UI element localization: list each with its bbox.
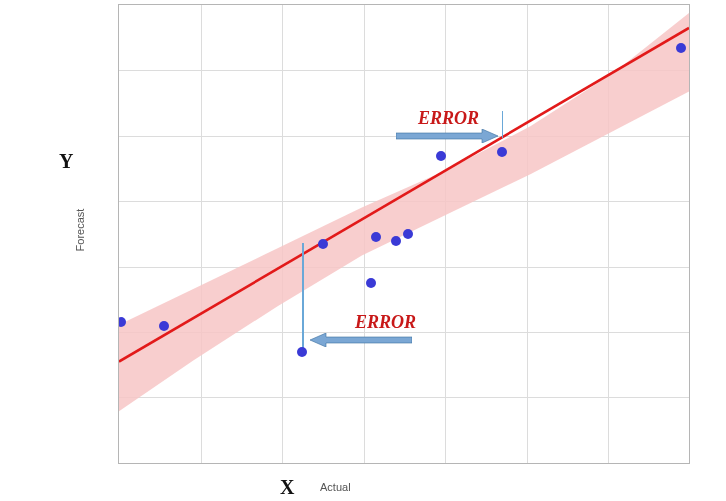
data-point xyxy=(159,321,169,331)
plot-area xyxy=(118,4,690,464)
data-point xyxy=(391,236,401,246)
data-point xyxy=(497,147,507,157)
y-axis-short-label: Y xyxy=(59,150,73,173)
svg-marker-3 xyxy=(310,333,412,347)
error-annotation-upper: ERROR xyxy=(418,108,479,129)
x-axis-label: Actual xyxy=(320,481,351,493)
data-point xyxy=(371,232,381,242)
svg-marker-2 xyxy=(396,129,498,143)
y-axis-label: Forecast xyxy=(74,209,86,252)
arrow-right-icon xyxy=(396,129,498,143)
error-segment xyxy=(502,111,503,138)
error-segment xyxy=(302,243,303,352)
data-point xyxy=(297,347,307,357)
error-annotation-lower: ERROR xyxy=(355,312,416,333)
data-point xyxy=(436,151,446,161)
data-point xyxy=(318,239,328,249)
arrow-left-icon xyxy=(310,333,412,347)
x-axis-short-label: X xyxy=(280,476,294,499)
data-point xyxy=(676,43,686,53)
